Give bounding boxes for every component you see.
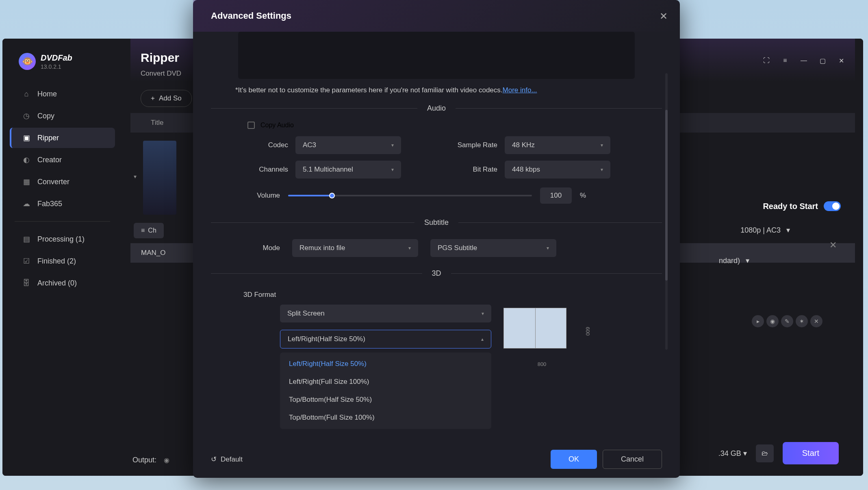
maximize-icon[interactable]: ▢ xyxy=(817,55,828,66)
sample-rate-label: Sample Rate xyxy=(453,141,497,149)
3d-layout-select[interactable]: Left/Right(Half Size 50%)▴ xyxy=(280,330,491,348)
subtitle-mode-select[interactable]: Remux into file▾ xyxy=(292,239,418,257)
delete-icon[interactable]: ✕ xyxy=(810,315,822,327)
nav-processing[interactable]: ▤ Processing (1) xyxy=(10,229,115,249)
nav-ripper[interactable]: ▣ Ripper xyxy=(10,128,115,148)
modal-scrollbar[interactable] xyxy=(665,73,668,350)
copy-audio-label: Copy Audio xyxy=(260,122,294,129)
more-info-link[interactable]: More info... xyxy=(503,86,537,94)
copy-audio-row: Copy Audio xyxy=(211,122,662,129)
bonus-icon[interactable]: ⛶ xyxy=(761,55,772,66)
codec-select[interactable]: AC3▾ xyxy=(295,136,401,154)
play-icon[interactable]: ▸ xyxy=(752,315,764,327)
nav-home[interactable]: ⌂ Home xyxy=(10,84,115,104)
quality-tag[interactable]: ndard) ▾ xyxy=(719,256,749,265)
ok-button[interactable]: OK xyxy=(551,450,597,469)
3d-preview: 800 600 xyxy=(503,308,580,358)
info-text: *It's better not to customize the parame… xyxy=(211,86,662,94)
nav-divider xyxy=(15,221,110,222)
info-message: *It's better not to customize the parame… xyxy=(235,86,503,94)
row-actions: ▸ ◉ ✎ ✶ ✕ xyxy=(752,315,822,327)
3d-width-label: 800 xyxy=(538,361,547,367)
add-source-label: Add So xyxy=(159,94,182,102)
start-button[interactable]: Start xyxy=(783,442,839,464)
dropdown-option[interactable]: Left/Right(Half Size 50%) xyxy=(280,355,491,373)
default-label: Default xyxy=(221,455,243,464)
channels-select[interactable]: 5.1 Multichannel▾ xyxy=(295,161,401,179)
nav-fab365[interactable]: ☁ Fab365 xyxy=(10,194,115,214)
nav-label: Archived (0) xyxy=(37,279,77,287)
nav-label: Copy xyxy=(37,112,54,120)
add-source-button[interactable]: + Add So xyxy=(141,90,192,107)
modal-close-icon[interactable]: ✕ xyxy=(660,11,668,22)
brand-name: DVDFab xyxy=(41,53,72,63)
default-button[interactable]: ↺ Default xyxy=(211,455,243,464)
crop-icon[interactable]: ✶ xyxy=(796,315,808,327)
3d-preview-box xyxy=(503,308,566,348)
sample-rate-select[interactable]: 48 KHz▾ xyxy=(505,136,610,154)
nav-creator[interactable]: ◐ Creator xyxy=(10,150,115,170)
volume-slider[interactable] xyxy=(288,195,532,196)
sample-rate-value: 48 KHz xyxy=(512,141,535,149)
format-tag[interactable]: 1080p | AC3 ▾ xyxy=(740,226,790,235)
chevron-down-icon: ▾ xyxy=(408,245,411,251)
chevron-down-icon: ▾ xyxy=(547,245,549,251)
format-text: 1080p | AC3 xyxy=(740,226,781,235)
list-icon: ≡ xyxy=(141,227,145,234)
choose-other-label: Ch xyxy=(148,227,156,234)
dropdown-option[interactable]: Left/Right(Full Size 100%) xyxy=(280,373,491,391)
size-area: .34 GB ▾ 🗁 Start xyxy=(718,442,839,464)
volume-label: Volume xyxy=(243,192,280,200)
remove-item-icon[interactable]: ✕ xyxy=(829,240,837,250)
ready-toggle[interactable] xyxy=(824,201,841,211)
volume-value[interactable]: 100 xyxy=(540,187,572,204)
menu-icon[interactable]: ≡ xyxy=(779,55,791,66)
app-logo-icon: 🐵 xyxy=(19,53,36,70)
bitrate-select[interactable]: 448 kbps▾ xyxy=(505,161,610,179)
choose-other-button[interactable]: ≡ Ch xyxy=(134,223,164,238)
nav-label: Creator xyxy=(37,156,62,164)
nav-label: Converter xyxy=(37,178,69,186)
output-folder-button[interactable]: 🗁 xyxy=(756,444,774,462)
subtitle-section-label: Subtitle xyxy=(424,218,449,227)
expand-caret-icon[interactable]: ▾ xyxy=(134,173,137,180)
chevron-up-icon: ▴ xyxy=(481,336,484,342)
nav-archived[interactable]: 🗄 Archived (0) xyxy=(10,273,115,293)
video-preview-placeholder xyxy=(238,32,635,79)
nav-converter[interactable]: ▦ Converter xyxy=(10,172,115,192)
subtitle-mode-label: Mode xyxy=(243,244,280,252)
dropdown-option[interactable]: Top/Bottom(Half Size 50%) xyxy=(280,391,491,409)
modal-header: Advanced Settings xyxy=(193,0,680,32)
size-text[interactable]: .34 GB ▾ xyxy=(718,449,747,458)
ready-row: Ready to Start xyxy=(763,201,841,211)
cancel-button[interactable]: Cancel xyxy=(603,450,662,469)
home-icon: ⌂ xyxy=(22,89,31,98)
3d-split-select[interactable]: Split Screen▾ xyxy=(280,305,491,322)
reset-icon: ↺ xyxy=(211,455,217,464)
audio-section-divider: Audio xyxy=(211,104,662,113)
close-window-icon[interactable]: ✕ xyxy=(835,55,847,66)
creator-icon: ◐ xyxy=(22,155,31,164)
nav-copy[interactable]: ◷ Copy xyxy=(10,106,115,126)
3d-split-value: Split Screen xyxy=(287,309,325,318)
output-label: Output: xyxy=(132,456,156,464)
movie-poster xyxy=(143,141,176,215)
edit-icon[interactable]: ✎ xyxy=(781,315,793,327)
settings-icon[interactable]: ◉ xyxy=(766,315,779,327)
nav-finished[interactable]: ☑ Finished (2) xyxy=(10,251,115,271)
volume-percent: % xyxy=(580,192,586,200)
copy-audio-checkbox[interactable] xyxy=(247,122,255,129)
modal-footer: ↺ Default OK Cancel xyxy=(211,450,662,469)
minimize-icon[interactable]: — xyxy=(798,55,809,66)
app-version: 13.0.2.1 xyxy=(41,63,72,70)
nav-label: Home xyxy=(37,90,57,98)
dropdown-option[interactable]: Top/Bottom(Full Size 100%) xyxy=(280,409,491,427)
scrollbar-thumb[interactable] xyxy=(665,110,668,281)
subtitle-type-select[interactable]: PGS Subtitle▾ xyxy=(430,239,556,257)
logo-area: 🐵 DVDFab 13.0.2.1 xyxy=(2,53,122,82)
nav-label: Fab365 xyxy=(37,200,62,208)
chevron-down-icon: ▾ xyxy=(601,142,603,148)
nav-label: Processing (1) xyxy=(37,235,85,244)
channels-value: 5.1 Multichannel xyxy=(303,166,353,174)
chevron-down-icon: ▾ xyxy=(391,142,394,148)
